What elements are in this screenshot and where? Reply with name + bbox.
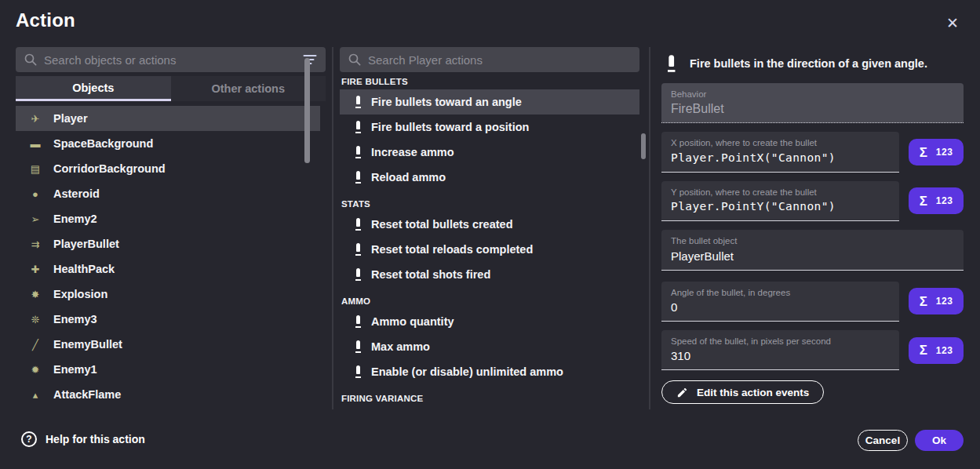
enemy3-sprite-icon: ❊ <box>27 314 44 325</box>
list-item-enemybullet[interactable]: ╱ EnemyBullet <box>16 332 320 357</box>
bullet-icon <box>355 268 361 281</box>
bullet-icon <box>355 121 361 133</box>
playerbullet-sprite-icon: ⇉ <box>27 238 44 250</box>
bullet-icon <box>355 365 361 378</box>
list-item-spacebackground[interactable]: ▬ SpaceBackground <box>16 131 320 156</box>
bullet-icon <box>355 171 361 184</box>
action-item-reset-reloads-completed[interactable]: Reset total reloads completed <box>340 237 639 262</box>
edit-action-events-button[interactable]: Edit this action events <box>661 380 824 404</box>
search-icon <box>348 53 361 66</box>
search-icon <box>24 53 37 66</box>
section-header-ammo: AMMO <box>340 287 639 309</box>
bullet-icon <box>668 55 675 72</box>
actions-search-input[interactable] <box>368 53 631 67</box>
cancel-button[interactable]: Cancel <box>858 430 908 451</box>
bullet-icon <box>355 315 361 328</box>
actions-panel: FIRE BULLETS Fire bullets toward an angl… <box>340 47 639 409</box>
asteroid-sprite-icon: ● <box>27 188 44 200</box>
explosion-sprite-icon: ✸ <box>27 289 44 300</box>
help-icon: ? <box>21 431 37 447</box>
objects-search-input[interactable] <box>44 53 296 67</box>
numbers-icon: 123 <box>936 296 953 307</box>
numbers-icon: 123 <box>936 147 953 158</box>
expression-editor-button[interactable]: Σ 123 <box>909 139 964 165</box>
expression-editor-button[interactable]: Σ 123 <box>909 288 964 314</box>
actions-scrollbar[interactable] <box>641 133 646 159</box>
attackflame-sprite-icon: ▴ <box>27 389 44 401</box>
action-description-row: Fire bullets in the direction of a given… <box>661 47 964 83</box>
player-sprite-icon: ✈ <box>27 113 44 125</box>
enemy1-sprite-icon: ✹ <box>27 364 44 376</box>
left-tabs: Objects Other actions <box>16 76 326 101</box>
action-item-fire-toward-angle[interactable]: Fire bullets toward an angle <box>340 89 639 115</box>
objects-search[interactable] <box>16 47 326 72</box>
behavior-field: Behavior FireBullet <box>661 83 964 123</box>
speed-field[interactable]: Speed of the bullet, in pixels per secon… <box>661 330 899 370</box>
action-dialog: Action ✕ Objects Other actions ✈ Player <box>0 0 980 469</box>
healthpack-sprite-icon: ✚ <box>27 264 44 275</box>
numbers-icon: 123 <box>936 345 953 356</box>
action-item-fire-toward-position[interactable]: Fire bullets toward a position <box>340 115 639 140</box>
action-item-ammo-quantity[interactable]: Ammo quantity <box>340 309 639 334</box>
corridorbackground-sprite-icon: ▤ <box>27 163 44 175</box>
action-config-panel: Fire bullets in the direction of a given… <box>661 47 964 404</box>
list-item-attackflame[interactable]: ▴ AttackFlame <box>16 382 320 407</box>
y-position-field[interactable]: Y position, where to create the bullet P… <box>661 181 899 221</box>
action-item-reset-bullets-created[interactable]: Reset total bullets created <box>340 212 639 237</box>
section-header-stats: STATS <box>340 190 639 212</box>
ok-button[interactable]: Ok <box>915 430 964 451</box>
dialog-title: Action <box>16 9 75 31</box>
section-header-firing-variance: FIRING VARIANCE <box>340 384 639 406</box>
bullet-icon <box>355 340 361 353</box>
list-item-enemy2[interactable]: ➢ Enemy2 <box>16 206 320 231</box>
list-item-enemy1[interactable]: ✹ Enemy1 <box>16 357 320 382</box>
expression-editor-button[interactable]: Σ 123 <box>909 337 964 364</box>
sigma-icon: Σ <box>920 146 927 159</box>
action-item-increase-ammo[interactable]: Increase ammo <box>340 140 639 165</box>
bullet-icon <box>355 243 361 256</box>
list-item-explosion[interactable]: ✸ Explosion <box>16 282 320 307</box>
sigma-icon: Σ <box>920 344 927 357</box>
section-header-fire-bullets: FIRE BULLETS <box>340 72 639 89</box>
action-description: Fire bullets in the direction of a given… <box>690 57 927 70</box>
action-item-max-ammo[interactable]: Max ammo <box>340 334 639 359</box>
close-icon[interactable]: ✕ <box>941 11 964 35</box>
bullet-icon <box>355 96 361 108</box>
enemybullet-sprite-icon: ╱ <box>27 339 44 351</box>
bullet-icon <box>355 146 361 158</box>
spacebackground-sprite-icon: ▬ <box>27 138 44 150</box>
list-item-player[interactable]: ✈ Player <box>16 106 320 131</box>
action-item-reset-shots-fired[interactable]: Reset total shots fired <box>340 262 639 287</box>
action-item-unlimited-ammo[interactable]: Enable (or disable) unlimited ammo <box>340 359 639 384</box>
panel-divider <box>649 47 650 409</box>
action-item-reload-ammo[interactable]: Reload ammo <box>340 165 639 190</box>
enemy2-sprite-icon: ➢ <box>27 213 44 225</box>
list-item-playerbullet[interactable]: ⇉ PlayerBullet <box>16 231 320 256</box>
list-item-asteroid[interactable]: ● Asteroid <box>16 181 320 206</box>
tab-objects[interactable]: Objects <box>16 76 171 101</box>
list-item-healthpack[interactable]: ✚ HealthPack <box>16 256 320 282</box>
actions-search[interactable] <box>340 47 639 72</box>
expression-editor-button[interactable]: Σ 123 <box>909 187 964 214</box>
sigma-icon: Σ <box>920 195 927 208</box>
sigma-icon: Σ <box>920 295 927 308</box>
angle-field[interactable]: Angle of the bullet, in degrees 0 <box>661 282 899 322</box>
list-item-corridorbackground[interactable]: ▤ CorridorBackground <box>16 156 320 181</box>
help-link[interactable]: ? Help for this action <box>21 431 145 447</box>
x-position-field[interactable]: X position, where to create the bullet P… <box>661 132 899 172</box>
tab-other-actions[interactable]: Other actions <box>171 76 326 101</box>
panel-divider <box>332 47 333 409</box>
objects-panel: Objects Other actions ✈ Player ▬ SpaceBa… <box>16 47 326 409</box>
object-list: ✈ Player ▬ SpaceBackground ▤ CorridorBac… <box>16 106 326 407</box>
pencil-icon <box>676 387 688 398</box>
objects-scrollbar[interactable] <box>304 58 310 163</box>
bullet-icon <box>355 218 361 231</box>
numbers-icon: 123 <box>936 195 953 206</box>
bullet-object-field[interactable]: The bullet object PlayerBullet <box>661 230 964 270</box>
list-item-enemy3[interactable]: ❊ Enemy3 <box>16 307 320 332</box>
